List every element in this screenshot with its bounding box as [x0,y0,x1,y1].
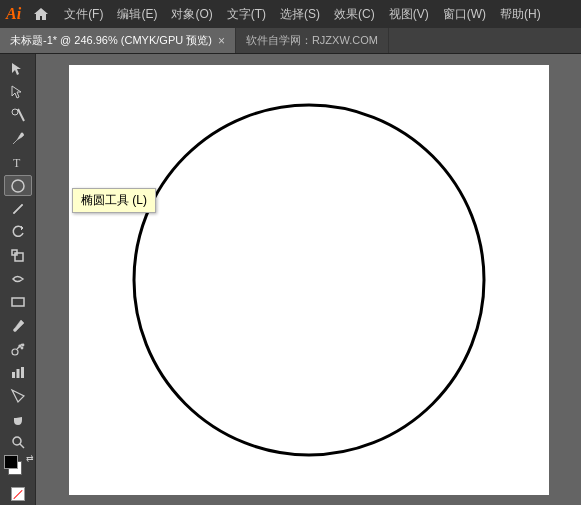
pen-tool[interactable] [4,128,32,149]
graph-tool[interactable] [4,362,32,383]
artboard [69,65,549,495]
svg-point-8 [13,328,16,331]
menu-effect[interactable]: 效果(C) [327,2,382,27]
svg-text:T: T [13,156,21,170]
menu-bar: Ai 文件(F) 编辑(E) 对象(O) 文字(T) 选择(S) 效果(C) 视… [0,0,581,28]
ellipse-tool[interactable] [4,175,32,197]
main-area: T [0,54,581,505]
tab-other-label: 软件自学网：RJZXW.COM [246,33,378,48]
svg-rect-15 [16,369,19,378]
svg-point-11 [19,345,21,347]
hand-tool[interactable] [4,408,32,429]
canvas-svg [69,65,549,495]
menu-select[interactable]: 选择(S) [273,2,327,27]
tab-bar: 未标题-1* @ 246.96% (CMYK/GPU 预览) × 软件自学网：R… [0,28,581,54]
svg-point-12 [22,344,24,346]
type-tool[interactable]: T [4,151,32,172]
menu-object[interactable]: 对象(O) [164,2,219,27]
svg-point-2 [20,132,23,135]
toolbar-bottom: ⇄ [0,455,35,505]
menu-text[interactable]: 文字(T) [220,2,273,27]
menu-window[interactable]: 窗口(W) [436,2,493,27]
toolbar: T [0,54,36,505]
direct-selection-tool[interactable] [4,81,32,102]
tool-tooltip: 椭圆工具 (L) [72,188,156,213]
svg-point-17 [13,437,21,445]
symbol-sprayer-tool[interactable] [4,338,32,359]
pencil-tool[interactable] [4,198,32,219]
stroke-color-black [4,455,18,469]
magic-wand-tool[interactable] [4,105,32,126]
slice-tool[interactable] [4,385,32,406]
svg-point-4 [12,180,24,192]
svg-rect-14 [12,372,15,378]
none-color-swatch[interactable] [11,487,25,501]
svg-rect-16 [21,367,24,378]
svg-line-0 [18,109,24,121]
svg-rect-5 [15,253,23,261]
rectangle-tool[interactable] [4,292,32,313]
warp-tool[interactable] [4,268,32,289]
tab-active[interactable]: 未标题-1* @ 246.96% (CMYK/GPU 预览) × [0,28,236,53]
rotate-tool[interactable] [4,222,32,243]
color-swatches[interactable]: ⇄ [4,455,32,483]
zoom-tool[interactable] [4,432,32,453]
svg-point-9 [12,349,18,355]
menu-edit[interactable]: 编辑(E) [110,2,164,27]
svg-point-13 [21,347,23,349]
paintbrush-tool[interactable] [4,315,32,336]
tab-close-button[interactable]: × [218,34,225,48]
tab-other[interactable]: 软件自学网：RJZXW.COM [236,28,389,53]
menu-view[interactable]: 视图(V) [382,2,436,27]
scale-tool[interactable] [4,245,32,266]
circle-shape [134,105,484,455]
tab-active-label: 未标题-1* @ 246.96% (CMYK/GPU 预览) [10,33,212,48]
menu-file[interactable]: 文件(F) [57,2,110,27]
swap-icon: ⇄ [26,453,34,463]
home-button[interactable] [29,2,53,26]
tooltip-text: 椭圆工具 (L) [81,193,147,207]
svg-point-1 [12,109,18,115]
canvas-area[interactable]: 椭圆工具 (L) [36,54,581,505]
app-logo: Ai [6,5,21,23]
svg-line-18 [20,444,24,448]
svg-rect-7 [12,298,24,306]
menu-help[interactable]: 帮助(H) [493,2,548,27]
selection-tool[interactable] [4,58,32,79]
